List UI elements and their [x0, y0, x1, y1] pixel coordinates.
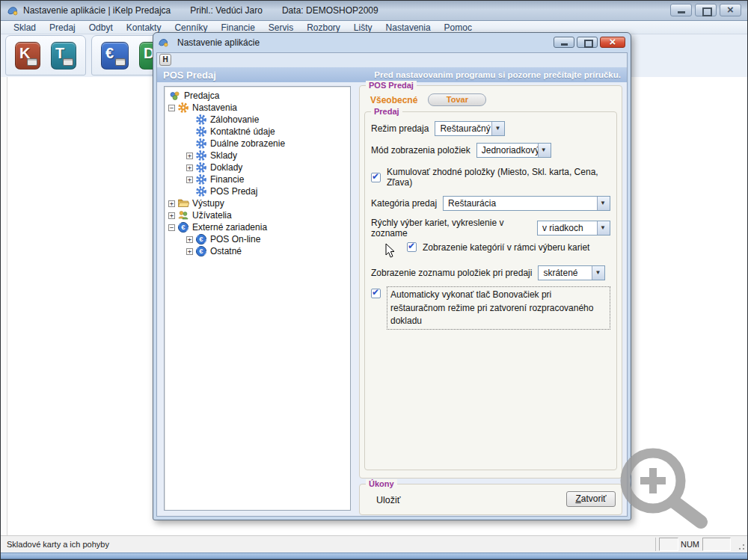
gear-orange-icon	[177, 102, 189, 114]
menu-item-6[interactable]: Financie	[214, 22, 261, 33]
tree-item-label: Predajca	[184, 90, 219, 101]
users2-icon	[177, 209, 189, 221]
kumulovat-checkbox-row: Kumulovať zhodné položky (Miesto, Skl. k…	[371, 167, 610, 188]
header-title: POS Predaj	[163, 70, 216, 81]
tree-item-extern-zariadenia[interactable]: −€Externé zariadenia	[165, 221, 350, 233]
dialog-minimize-button[interactable]	[554, 37, 574, 48]
menu-item-3[interactable]: Odbyt	[82, 22, 120, 33]
main-window: Nastavenie aplikácie | iKelp Predajca Pr…	[0, 0, 748, 560]
tree-item-predajca[interactable]: Predajca	[165, 90, 350, 102]
chevron-down-icon[interactable]	[597, 197, 610, 210]
kategoria-predaj-select-row: Kategória predajReštaurácia	[371, 196, 610, 211]
toolbar-icon-euro[interactable]: €	[101, 42, 129, 70]
window-bottom-frame	[1, 553, 747, 559]
status-text: Skladové karty a ich pohyby	[7, 540, 109, 549]
kumulovat-checkbox[interactable]	[371, 173, 381, 182]
dialog-maximize-button[interactable]	[577, 37, 598, 48]
menu-item-8[interactable]: Rozbory	[300, 22, 347, 33]
dialog-titlebar: Nastavenie aplikácie	[153, 33, 631, 52]
rychly-vyber-select[interactable]: v riadkoch	[537, 221, 610, 236]
automaticky-bonovacky-checkbox-label: Automaticky vykonať tlač Bonovačiek pri …	[387, 286, 610, 330]
tree-item-pos-on-line[interactable]: +€POS On-line	[165, 233, 350, 245]
help-button[interactable]: H	[159, 54, 171, 66]
dialog-body: Predajca−NastaveniaZálohovanieKontaktné …	[157, 82, 627, 516]
minimize-button[interactable]	[670, 4, 692, 16]
tree-expander-icon[interactable]: −	[168, 224, 175, 231]
actions-title: Úkony	[366, 479, 397, 488]
window-title: Nastavenie aplikácie | iKelp Predajca	[23, 5, 171, 16]
tree-item-nastavenia[interactable]: −Nastavenia	[165, 102, 350, 114]
mod-zobrazenia-select[interactable]: Jednoriadkový	[476, 143, 551, 158]
kategoria-predaj-select[interactable]: Reštaurácia	[443, 196, 610, 211]
tab-vseobecne[interactable]: Všeobecné	[370, 95, 417, 105]
menu-item-9[interactable]: Lišty	[347, 22, 379, 33]
zobrazenie-zoznamu-select-value: skrátené	[539, 266, 592, 280]
tree-item-doklady[interactable]: +Doklady	[165, 161, 350, 173]
tree-item-z-lohovanie[interactable]: Zálohovanie	[165, 114, 350, 126]
toolbar-icon-euro-badge	[115, 58, 126, 66]
euro-icon: €	[177, 221, 189, 233]
menu-item-5[interactable]: Cenníky	[168, 22, 214, 33]
gear-blue-icon	[195, 150, 207, 161]
resize-grip[interactable]	[738, 543, 745, 550]
chevron-down-icon[interactable]	[592, 266, 604, 280]
tree-item-v-stupy[interactable]: +Výstupy	[165, 197, 350, 209]
gear-blue-icon	[195, 126, 207, 138]
mod-zobrazenia-select-row: Mód zobrazenia položiekJednoriadkový	[371, 143, 610, 158]
main-titlebar: Nastavenie aplikácie | iKelp Predajca Pr…	[1, 1, 747, 21]
tree-item-du-lne-zobrazenie[interactable]: Duálne zobrazenie	[165, 138, 350, 150]
menu-item-1[interactable]: Sklad	[7, 22, 43, 33]
toolbar-icon-k-badge	[27, 58, 37, 66]
group-title: POS Predaj	[366, 81, 417, 90]
tree-expander-icon[interactable]: +	[186, 248, 193, 255]
zobrazenie-kategorii-checkbox-row: Zobrazenie kategórií v rámci výberu kari…	[371, 242, 610, 253]
automaticky-bonovacky-checkbox[interactable]	[371, 289, 381, 298]
close-button[interactable]	[720, 4, 741, 16]
tree-expander-icon[interactable]: +	[168, 200, 175, 207]
maximize-button[interactable]	[695, 4, 717, 16]
svg-text:€: €	[181, 223, 186, 231]
euro-icon: €	[195, 245, 207, 257]
tree-item-ostatn-[interactable]: +€Ostatné	[165, 245, 350, 257]
chevron-down-icon[interactable]	[491, 122, 504, 135]
toolbar-icon-k[interactable]: K	[15, 42, 40, 70]
dialog-close-button[interactable]	[600, 37, 625, 48]
rezim-predaja-select[interactable]: Reštauračný	[435, 121, 505, 136]
tree-expander-icon[interactable]: +	[186, 176, 193, 183]
tree-expander-icon[interactable]: +	[186, 164, 193, 171]
folder-icon	[177, 197, 189, 209]
tree-expander-icon[interactable]: +	[168, 212, 175, 219]
tree-item-kontaktn-daje[interactable]: Kontaktné údaje	[165, 126, 350, 138]
zobrazenie-zoznamu-select[interactable]: skrátené	[538, 265, 605, 280]
tree-expander-icon[interactable]: −	[168, 105, 175, 111]
status-pane-1	[659, 538, 678, 551]
tab-tovar[interactable]: Tovar	[428, 93, 486, 106]
menu-item-4[interactable]: Kontakty	[120, 22, 168, 33]
rezim-predaja-select-label: Režim predaja	[371, 123, 429, 134]
chevron-down-icon[interactable]	[597, 221, 610, 235]
toolbar-icon-t[interactable]: T	[51, 42, 76, 70]
dialog-client: H POS Predaj Pred nastavovanim programu …	[156, 52, 628, 517]
menu-item-11[interactable]: Pomoc	[438, 22, 479, 33]
tree-item-pos-predaj[interactable]: POS Predaj	[165, 185, 350, 197]
predaj-section: Predaj Režim predajaReštauračnýMód zobra…	[364, 111, 617, 470]
tree-item-label: POS Predaj	[210, 186, 257, 197]
tree-item-label: Sklady	[210, 150, 237, 161]
tree-expander-icon[interactable]: +	[186, 153, 193, 159]
status-bar: Skladové karty a ich pohyby NUM	[1, 535, 747, 553]
save-button[interactable]: Uložiť	[376, 495, 400, 505]
tree-item-label: Zálohovanie	[210, 114, 259, 125]
tree-item-label: Externé zariadenia	[192, 222, 267, 233]
tree-item-sklady[interactable]: +Sklady	[165, 150, 350, 161]
tree-item-financie[interactable]: +Financie	[165, 173, 350, 185]
tree-expander-icon[interactable]: +	[186, 236, 193, 243]
menu-item-7[interactable]: Servis	[262, 22, 300, 33]
menu-item-10[interactable]: Nastavenia	[379, 22, 438, 33]
tree-item-u-vatelia[interactable]: +Užívatelia	[165, 209, 350, 221]
toolbar-icon-t-badge	[63, 58, 73, 66]
chevron-down-icon[interactable]	[538, 144, 551, 157]
menu-item-2[interactable]: Predaj	[43, 22, 82, 33]
tree-item-label: Užívatelia	[192, 210, 232, 221]
zobrazenie-kategorii-checkbox[interactable]	[407, 242, 417, 252]
pos-predaj-group: POS Predaj Všeobecné Tovar Predaj Režim …	[359, 85, 622, 479]
